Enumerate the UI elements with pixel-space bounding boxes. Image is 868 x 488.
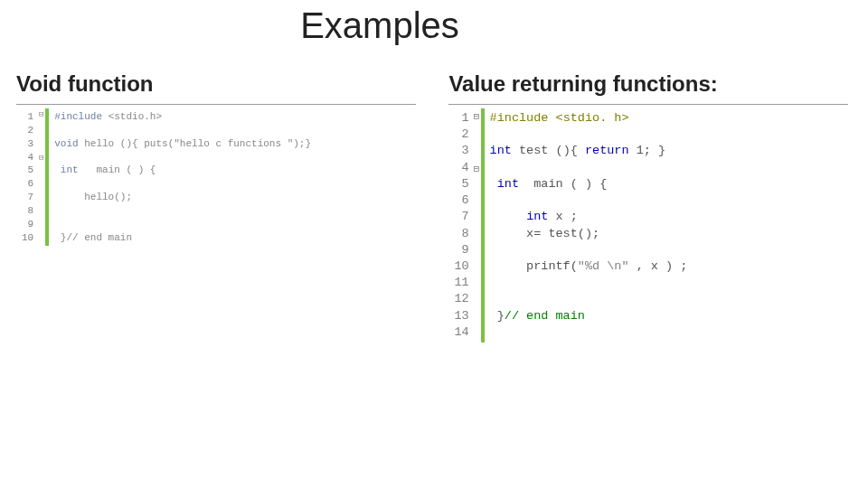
fold-spacer <box>473 242 481 256</box>
right-line-number: 1 <box>454 110 468 127</box>
right-line-number: 4 <box>454 160 468 176</box>
left-divider <box>16 104 416 105</box>
fold-spacer <box>473 216 481 230</box>
fold-spacer <box>473 136 481 150</box>
code-token: printf( <box>490 259 578 273</box>
code-token: <stdio.h> <box>108 111 162 122</box>
code-token: hello (){ puts( <box>79 138 175 149</box>
left-line-number: 1 <box>22 110 33 124</box>
fold-spacer <box>473 124 481 137</box>
left-line-number: 5 <box>22 164 33 177</box>
right-code-line <box>490 160 688 176</box>
code-token: // end main <box>505 309 585 323</box>
code-token: x= test(); <box>490 227 600 240</box>
code-token: 1; } <box>629 144 666 157</box>
fold-spacer <box>473 176 481 190</box>
right-line-number: 2 <box>454 127 468 143</box>
left-line-number: 4 <box>22 151 33 164</box>
code-token: // end main <box>66 232 132 243</box>
left-code-line: #include <stdio.h> <box>54 110 311 124</box>
code-token: test (){ <box>512 144 585 157</box>
code-token: x ; <box>548 210 577 223</box>
right-code-line: x= test(); <box>490 226 688 242</box>
right-code: #include <stdio. h>int test (){ return 1… <box>488 108 688 343</box>
left-column: Void function 12345678910 ⊟⊟ #include <s… <box>16 71 416 343</box>
code-token: int <box>497 177 519 191</box>
right-line-number: 7 <box>454 209 468 225</box>
fold-toggle-icon[interactable]: ⊟ <box>473 163 481 176</box>
right-code-line: int x ; <box>490 209 688 225</box>
code-token: "hello c functions " <box>174 138 293 149</box>
slide: Examples Void function 12345678910 ⊟⊟ #i… <box>0 0 868 488</box>
fold-spacer <box>473 189 481 202</box>
left-code-line <box>54 218 311 231</box>
right-line-number: 5 <box>454 176 468 192</box>
code-token: int <box>490 144 512 157</box>
fold-spacer <box>37 164 45 174</box>
code-token <box>490 210 527 223</box>
fold-toggle-icon[interactable]: ⊟ <box>37 110 45 121</box>
left-code: #include <stdio.h>void hello (){ puts("h… <box>52 108 311 246</box>
left-code-line: int main ( ) { <box>54 164 311 177</box>
code-token: #include <box>490 111 556 125</box>
fold-spacer <box>473 229 481 242</box>
code-token: main ( ) { <box>79 164 156 175</box>
right-code-line: int test (){ return 1; } <box>490 143 688 159</box>
left-change-bar <box>45 108 49 246</box>
right-gutter: 1234567891011121314 <box>448 108 472 343</box>
right-code-line: }// end main <box>490 308 688 324</box>
right-code-line: #include <stdio. h> <box>490 110 688 127</box>
code-token <box>54 164 61 175</box>
right-code-line <box>490 192 688 209</box>
left-line-number: 2 <box>22 124 33 137</box>
right-divider <box>448 104 848 105</box>
right-line-number: 10 <box>454 258 468 275</box>
right-column: Value returning functions: 1234567891011… <box>448 71 848 343</box>
left-line-number: 6 <box>22 177 33 191</box>
code-token: "%d \n" <box>578 259 629 273</box>
code-token: void <box>54 138 78 149</box>
code-token: } <box>490 309 505 323</box>
left-fold-col: ⊟⊟ <box>37 108 45 246</box>
right-code-line <box>490 242 688 258</box>
fold-spacer <box>37 143 45 154</box>
fold-spacer <box>37 196 45 207</box>
right-change-bar <box>481 108 485 343</box>
code-token: #include <box>54 111 108 122</box>
fold-spacer <box>473 150 481 164</box>
right-line-number: 14 <box>454 324 468 341</box>
left-code-line <box>54 124 311 137</box>
fold-spacer <box>473 202 481 216</box>
left-code-line <box>54 151 311 164</box>
fold-spacer <box>37 121 45 132</box>
fold-toggle-icon[interactable]: ⊟ <box>37 154 45 164</box>
fold-toggle-icon[interactable]: ⊟ <box>473 110 481 124</box>
right-line-number: 8 <box>454 226 468 242</box>
left-line-number: 9 <box>22 218 33 231</box>
code-token: hello(); <box>54 192 132 202</box>
right-line-number: 11 <box>454 275 468 291</box>
right-line-number: 9 <box>454 242 468 258</box>
left-code-line: void hello (){ puts("hello c functions "… <box>54 137 311 151</box>
code-token <box>490 177 497 191</box>
right-line-number: 13 <box>454 308 468 324</box>
right-code-line <box>490 275 688 291</box>
left-code-line: hello(); <box>54 191 311 204</box>
code-token: return <box>585 144 629 157</box>
fold-spacer <box>473 268 481 282</box>
code-token: , x ) ; <box>629 259 688 273</box>
right-line-number: 12 <box>454 291 468 307</box>
right-code-line <box>490 127 688 143</box>
left-line-number: 8 <box>22 204 33 218</box>
left-line-number: 3 <box>22 137 33 151</box>
left-line-number: 7 <box>22 191 33 204</box>
fold-spacer <box>37 185 45 196</box>
left-line-number: 10 <box>22 231 33 245</box>
right-heading: Value returning functions: <box>448 71 848 104</box>
left-code-line <box>54 204 311 218</box>
right-editor: 1234567891011121314 ⊟⊟ #include <stdio. … <box>448 108 848 343</box>
right-fold-col: ⊟⊟ <box>473 108 481 343</box>
right-line-number: 6 <box>454 192 468 209</box>
left-editor: 12345678910 ⊟⊟ #include <stdio.h>void he… <box>16 108 416 246</box>
fold-spacer <box>37 132 45 143</box>
